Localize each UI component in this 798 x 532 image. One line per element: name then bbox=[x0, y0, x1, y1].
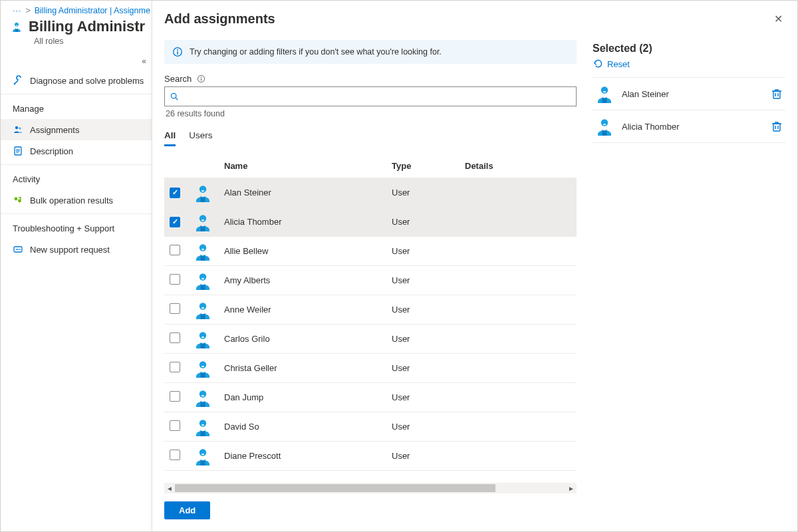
info-text: Try changing or adding filters if you do… bbox=[190, 47, 442, 57]
add-assignments-panel: Add assignments ✕ Try changing or adding… bbox=[152, 1, 797, 531]
table-row[interactable]: Alan SteinerUser bbox=[164, 178, 577, 207]
table-row[interactable]: Diane PrescottUser bbox=[164, 442, 577, 471]
search-input[interactable] bbox=[164, 86, 577, 106]
selected-pane: Selected (2) Reset Alan SteinerAlicia Th… bbox=[593, 40, 785, 493]
row-name: Anne Weiler bbox=[224, 305, 392, 315]
row-checkbox[interactable] bbox=[170, 303, 180, 314]
table-row[interactable]: Carlos GriloUser bbox=[164, 325, 577, 354]
row-type: User bbox=[392, 217, 465, 227]
row-name: Alicia Thomber bbox=[224, 217, 392, 227]
table-header: Name Type Details bbox=[164, 154, 577, 178]
row-checkbox[interactable] bbox=[170, 450, 180, 460]
nav-section-manage: Manage bbox=[1, 94, 152, 119]
row-checkbox[interactable] bbox=[170, 188, 180, 198]
collapse-toggle[interactable]: « bbox=[1, 55, 152, 70]
underlying-page: ··· > Billing Administrator | Assignme B… bbox=[1, 1, 152, 531]
info-icon bbox=[172, 47, 183, 57]
tabs: All Users bbox=[164, 128, 577, 146]
table-row[interactable]: Allie BellewUser bbox=[164, 237, 577, 266]
document-icon bbox=[13, 146, 23, 156]
table-row[interactable]: Christa GellerUser bbox=[164, 354, 577, 383]
selected-item: Alicia Thomber bbox=[593, 110, 785, 143]
row-checkbox[interactable] bbox=[170, 245, 180, 255]
breadcrumb-link[interactable]: Billing Administrator | Assignme bbox=[35, 6, 150, 15]
svg-point-4 bbox=[15, 126, 18, 129]
svg-rect-13 bbox=[177, 51, 178, 55]
svg-point-17 bbox=[171, 93, 176, 98]
row-name: David So bbox=[224, 422, 392, 432]
row-type: User bbox=[392, 422, 465, 432]
breadcrumb-overflow[interactable]: ··· bbox=[13, 6, 21, 15]
avatar-icon bbox=[194, 447, 224, 466]
wrench-icon bbox=[13, 75, 23, 86]
search-label: Search bbox=[164, 73, 577, 84]
breadcrumb: ··· > Billing Administrator | Assignme bbox=[1, 1, 152, 15]
table-row[interactable]: David SoUser bbox=[164, 412, 577, 442]
selected-name: Alan Steiner bbox=[622, 89, 763, 99]
row-name: Amy Alberts bbox=[224, 275, 392, 285]
row-name: Allie Bellew bbox=[224, 246, 392, 256]
panel-title: Add assignments bbox=[164, 11, 275, 27]
nav-label: Assignments bbox=[30, 125, 79, 135]
row-type: User bbox=[392, 392, 465, 402]
row-name: Diane Prescott bbox=[224, 451, 392, 461]
nav-diagnose[interactable]: Diagnose and solve problems bbox=[1, 70, 152, 91]
col-type[interactable]: Type bbox=[392, 161, 465, 171]
add-button[interactable]: Add bbox=[164, 501, 210, 519]
row-name: Christa Geller bbox=[224, 363, 392, 373]
row-name: Carlos Grilo bbox=[224, 334, 392, 344]
col-name[interactable]: Name bbox=[224, 161, 392, 171]
people-icon bbox=[13, 124, 23, 135]
search-icon bbox=[169, 91, 180, 102]
table-row[interactable]: Amy AlbertsUser bbox=[164, 266, 577, 295]
results-table: Name Type Details Alan SteinerUserAlicia… bbox=[164, 154, 577, 493]
undo-icon bbox=[593, 59, 603, 69]
chevron-right-icon: > bbox=[25, 6, 30, 15]
row-checkbox[interactable] bbox=[170, 420, 180, 431]
row-checkbox[interactable] bbox=[170, 362, 180, 372]
avatar-icon bbox=[194, 213, 224, 231]
remove-icon[interactable] bbox=[771, 88, 783, 100]
support-icon bbox=[13, 244, 23, 255]
row-checkbox[interactable] bbox=[170, 332, 180, 343]
scroll-left-icon[interactable]: ◄ bbox=[164, 485, 175, 492]
scroll-right-icon[interactable]: ► bbox=[566, 485, 577, 492]
remove-icon[interactable] bbox=[771, 120, 783, 132]
svg-point-15 bbox=[200, 76, 201, 77]
col-details[interactable]: Details bbox=[465, 161, 571, 171]
nav-description[interactable]: Description bbox=[1, 140, 152, 162]
nav-label: Description bbox=[30, 146, 73, 156]
tab-users[interactable]: Users bbox=[189, 128, 212, 146]
tab-all[interactable]: All bbox=[164, 128, 176, 146]
horizontal-scrollbar[interactable]: ◄ ► bbox=[164, 483, 577, 493]
table-row[interactable]: Anne WeilerUser bbox=[164, 295, 577, 325]
svg-point-5 bbox=[19, 127, 21, 130]
table-row[interactable]: Dan JumpUser bbox=[164, 383, 577, 412]
row-type: User bbox=[392, 334, 465, 344]
selected-title: Selected (2) bbox=[593, 43, 785, 55]
svg-point-8 bbox=[18, 200, 21, 203]
avatar-icon bbox=[595, 84, 614, 103]
nav-bulk-results[interactable]: Bulk operation results bbox=[1, 190, 152, 211]
row-type: User bbox=[392, 246, 465, 256]
row-name: Dan Jump bbox=[224, 392, 392, 402]
nav-section-trouble: Troubleshooting + Support bbox=[1, 214, 152, 239]
info-icon[interactable] bbox=[196, 73, 206, 84]
svg-point-12 bbox=[177, 49, 178, 51]
row-checkbox[interactable] bbox=[170, 274, 180, 285]
bulk-icon bbox=[13, 195, 23, 205]
nav-new-support[interactable]: New support request bbox=[1, 239, 152, 260]
result-count: 26 results found bbox=[166, 109, 577, 118]
nav-assignments[interactable]: Assignments bbox=[1, 119, 152, 140]
row-checkbox[interactable] bbox=[170, 391, 180, 402]
avatar-icon bbox=[194, 301, 224, 319]
svg-rect-16 bbox=[201, 78, 201, 80]
row-checkbox[interactable] bbox=[170, 217, 180, 227]
avatar-icon bbox=[194, 184, 224, 202]
svg-point-10 bbox=[19, 249, 21, 250]
close-icon[interactable]: ✕ bbox=[771, 10, 785, 28]
page-subtitle: All roles bbox=[1, 37, 152, 55]
selected-item: Alan Steiner bbox=[593, 78, 785, 110]
reset-button[interactable]: Reset bbox=[593, 59, 785, 78]
table-row[interactable]: Alicia ThomberUser bbox=[164, 207, 577, 237]
